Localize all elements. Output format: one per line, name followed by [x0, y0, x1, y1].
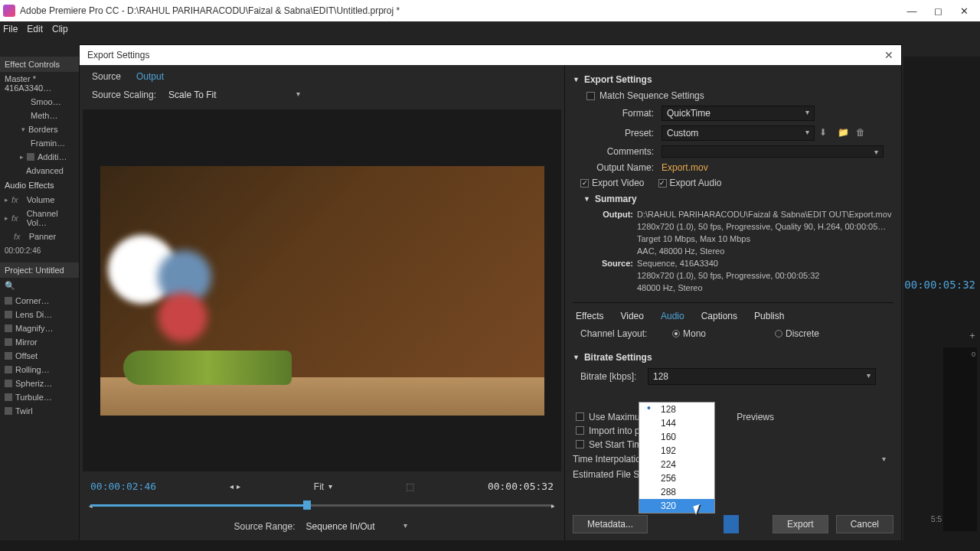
chevron-down-icon[interactable]: ▼	[573, 354, 580, 361]
use-previews-label: Previews	[737, 412, 774, 422]
fit-dropdown[interactable]: Fit	[314, 481, 324, 492]
tab-audio[interactable]: Audio	[661, 311, 684, 321]
tab-output[interactable]: Output	[136, 71, 164, 82]
use-max-render-checkbox[interactable]	[576, 412, 584, 421]
source-scaling-dropdown[interactable]: Scale To Fit	[165, 88, 303, 102]
chevron-down-icon[interactable]: ▾	[328, 482, 332, 491]
bitrate-label: Bitrate [kbps]:	[580, 371, 643, 382]
chevron-down-icon[interactable]: ▾	[882, 455, 886, 463]
fx-list-item[interactable]: Turbule…	[15, 393, 52, 402]
fx-list-item[interactable]: Rolling…	[15, 365, 50, 374]
fx-list-item[interactable]: Spheriz…	[15, 379, 52, 388]
out-timecode: 00:00:05:32	[488, 481, 554, 492]
effect-item[interactable]: Advanced	[0, 164, 79, 178]
effect-item[interactable]: Additi…	[38, 152, 67, 161]
channel-mono-radio[interactable]	[672, 330, 680, 337]
chevron-down-icon[interactable]: ▼	[583, 195, 590, 203]
effect-controls-header: Effect Controls	[0, 57, 79, 72]
import-preset-icon[interactable]: 📁	[838, 127, 851, 139]
menu-file[interactable]: File	[3, 24, 18, 34]
playhead[interactable]	[303, 500, 311, 510]
fx-list-item[interactable]: Mirror	[15, 337, 38, 347]
chevron-down-icon[interactable]: ▾	[21, 126, 25, 133]
chevron-down-icon[interactable]: ▼	[573, 76, 580, 83]
fx-list-item[interactable]: Magnify…	[15, 324, 54, 333]
summary-header: Summary	[595, 194, 637, 204]
audio-effect-item[interactable]: Volume	[27, 195, 55, 204]
effect-item[interactable]: Borders	[28, 125, 58, 134]
step-back-icon[interactable]: ◂	[230, 482, 234, 491]
fx-list-item[interactable]: Lens Di…	[15, 310, 52, 319]
in-timecode[interactable]: 00:00:02:46	[90, 481, 156, 492]
audio-effect-item[interactable]: Channel Vol…	[27, 209, 74, 227]
fx-list-item[interactable]: Corner…	[15, 296, 50, 305]
source-range-dropdown[interactable]: Sequence In/Out	[303, 520, 410, 533]
export-button[interactable]: Export	[773, 515, 828, 533]
bitrate-option[interactable]: 160	[639, 430, 714, 444]
comments-input[interactable]	[662, 145, 884, 158]
aspect-icon[interactable]: ⬚	[406, 481, 414, 492]
delete-preset-icon[interactable]: 🗑	[856, 127, 870, 139]
bitrate-option[interactable]: 224	[639, 458, 714, 471]
close-icon[interactable]: ✕	[951, 5, 977, 17]
effect-controls-panel: Effect Controls Master * 416A3340… Smoo……	[0, 57, 79, 540]
audio-meter: 0	[943, 347, 977, 531]
preset-dropdown[interactable]: Custom	[662, 126, 815, 141]
bitrate-option[interactable]: 320	[639, 499, 714, 513]
program-timecode: 00:00:05:32	[904, 279, 975, 291]
fx-list-item[interactable]: Offset	[15, 351, 38, 360]
comments-label: Comments:	[591, 146, 657, 157]
preset-icon	[5, 311, 12, 318]
match-sequence-checkbox[interactable]	[586, 92, 595, 100]
bitrate-option[interactable]: 128	[639, 403, 714, 416]
maximize-icon[interactable]: ◻	[925, 5, 951, 17]
export-audio-checkbox[interactable]	[658, 179, 667, 187]
cancel-button[interactable]: Cancel	[836, 515, 893, 533]
audio-effect-item[interactable]: Panner	[29, 232, 56, 241]
format-dropdown[interactable]: QuickTime	[662, 106, 815, 121]
menubar: File Edit Clip	[0, 21, 980, 37]
tab-video[interactable]: Video	[620, 311, 643, 321]
time-interp-label: Time Interpolation:	[573, 454, 648, 465]
bitrate-dropdown[interactable]: 128	[648, 368, 876, 385]
effect-item[interactable]: Meth…	[0, 109, 79, 122]
effect-item[interactable]: Smoo…	[0, 95, 79, 109]
set-start-tc-checkbox[interactable]	[576, 440, 584, 448]
preset-icon	[5, 407, 12, 415]
chevron-right-icon[interactable]: ▸	[5, 196, 8, 204]
fx-list-item[interactable]: Twirl	[15, 406, 33, 416]
save-preset-icon[interactable]: ⬇	[819, 127, 833, 139]
export-audio-label: Export Audio	[670, 178, 722, 188]
metadata-button[interactable]: Metadata...	[573, 515, 648, 533]
step-fwd-icon[interactable]: ▸	[237, 482, 240, 491]
mini-timecode: 00:00:2:46	[0, 243, 79, 258]
preset-icon	[5, 324, 12, 332]
scrubber[interactable]: ◂ ▸	[90, 498, 554, 512]
output-name-link[interactable]: Export.mov	[662, 162, 708, 173]
bitrate-option[interactable]: 192	[639, 444, 714, 458]
channel-discrete-radio[interactable]	[775, 330, 782, 337]
search-icon[interactable]: 🔍	[0, 278, 79, 294]
import-project-checkbox[interactable]	[576, 426, 584, 435]
tab-publish[interactable]: Publish	[754, 311, 784, 321]
project-panel-header: Project: Untitled	[0, 262, 79, 278]
preset-icon	[5, 338, 12, 346]
bitrate-option[interactable]: 256	[639, 471, 714, 485]
queue-button[interactable]	[724, 515, 739, 533]
minimize-icon[interactable]: —	[899, 5, 925, 17]
dialog-title: Export Settings	[87, 50, 149, 60]
tab-captions[interactable]: Captions	[701, 311, 737, 321]
export-video-checkbox[interactable]	[580, 179, 589, 187]
tab-effects[interactable]: Effects	[576, 311, 603, 321]
bitrate-settings-header: Bitrate Settings	[584, 352, 652, 363]
menu-edit[interactable]: Edit	[27, 24, 43, 34]
summary-output-label: Output:	[591, 209, 633, 221]
tab-source[interactable]: Source	[92, 71, 121, 82]
close-icon[interactable]: ✕	[884, 49, 893, 61]
menu-clip[interactable]: Clip	[52, 24, 68, 34]
chevron-right-icon[interactable]: ▸	[5, 214, 8, 222]
bitrate-option[interactable]: 144	[639, 416, 714, 430]
chevron-right-icon[interactable]: ▸	[20, 153, 24, 161]
bitrate-option[interactable]: 288	[639, 485, 714, 499]
effect-item[interactable]: Framin…	[0, 136, 79, 150]
